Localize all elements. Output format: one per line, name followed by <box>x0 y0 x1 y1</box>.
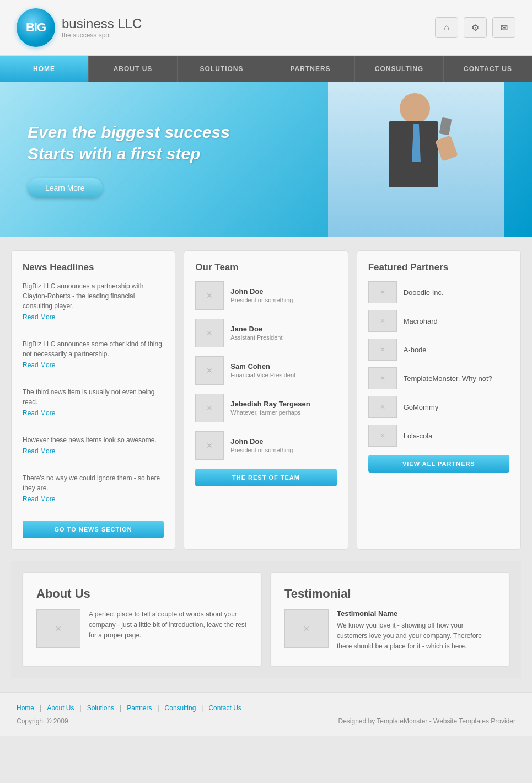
footer-links: Home | About Us | Solutions | Partners |… <box>17 704 515 712</box>
partner-item-2: Macrohard <box>368 310 509 332</box>
partner-name-6: Lola-cola <box>404 432 433 440</box>
header-icons: ⌂ ⚙ ✉ <box>435 17 515 38</box>
team-name-4: Jebediah Ray Tergesen <box>230 400 310 408</box>
about-inner: A perfect place to tell a couple of word… <box>36 609 248 648</box>
footer-sep-2: | <box>77 704 84 712</box>
team-section: Our Team John Doe President or something… <box>184 250 348 550</box>
footer-link-about[interactable]: About Us <box>47 704 74 712</box>
main-content: News Headlines BigBiz LLC announces a pa… <box>0 237 532 692</box>
logo-name: business LLC <box>62 16 142 31</box>
partner-name-1: Dooodle Inc. <box>404 288 444 297</box>
read-more-2[interactable]: Read More <box>23 361 164 369</box>
partner-logo-3 <box>368 339 397 361</box>
logo-text: business LLC the success spot <box>62 16 142 39</box>
footer-sep-1: | <box>37 704 44 712</box>
partner-name-2: Macrohard <box>404 317 438 325</box>
news-item-4: However these news items look so awesome… <box>23 435 164 463</box>
logo-abbr: BIG <box>26 20 46 35</box>
partners-title: Featured Partners <box>368 262 509 273</box>
testimonial-text: We know you love it - showing off how yo… <box>337 620 496 652</box>
team-role-4: Whatever, farmer perhaps <box>230 409 300 416</box>
testimonial-title: Testimonial <box>284 587 496 601</box>
nav-consulting[interactable]: CONSULTING <box>355 56 444 82</box>
footer-sep-5: | <box>198 704 206 712</box>
team-photo-3 <box>195 356 224 385</box>
nav-about-us[interactable]: ABOUT US <box>89 56 178 82</box>
team-photo-5 <box>195 431 224 460</box>
partner-name-5: GoMommy <box>404 403 439 411</box>
team-info-5: John Doe President or something <box>230 437 293 454</box>
site-footer: Home | About Us | Solutions | Partners |… <box>0 692 532 736</box>
testimonial-content: Testimonial Name We know you love it - s… <box>337 609 496 652</box>
footer-sep-3: | <box>117 704 124 712</box>
read-more-5[interactable]: Read More <box>23 495 164 503</box>
hero-headline: Even the biggest success Starts with a f… <box>28 121 230 164</box>
rest-of-team-button[interactable]: THE REST OF TEAM <box>195 469 336 486</box>
people-icon-btn[interactable]: ⚙ <box>464 17 487 38</box>
team-member-4: Jebediah Ray Tergesen Whatever, farmer p… <box>195 394 336 422</box>
mail-icon-btn[interactable]: ✉ <box>492 17 515 38</box>
partner-item-1: Dooodle Inc. <box>368 281 509 303</box>
read-more-4[interactable]: Read More <box>23 447 164 455</box>
partner-logo-4 <box>368 367 397 389</box>
footer-link-solutions[interactable]: Solutions <box>87 704 114 712</box>
footer-sep-4: | <box>154 704 162 712</box>
logo-area: BIG business LLC the success spot <box>17 8 142 47</box>
news-item-5: There's no way we could ignore them - so… <box>23 473 164 511</box>
news-text-5: There's no way we could ignore them - so… <box>23 473 164 493</box>
testimonial-inner: Testimonial Name We know you love it - s… <box>284 609 496 652</box>
about-title: About Us <box>36 587 248 601</box>
team-info-1: John Doe President or something <box>230 287 293 304</box>
team-name-1: John Doe <box>230 287 293 296</box>
nav-home[interactable]: HOME <box>0 56 89 82</box>
businessman-figure <box>345 88 488 231</box>
footer-link-home[interactable]: Home <box>17 704 34 712</box>
read-more-1[interactable]: Read More <box>23 313 164 321</box>
team-info-4: Jebediah Ray Tergesen Whatever, farmer p… <box>230 400 310 416</box>
team-photo-4 <box>195 394 224 422</box>
partner-item-5: GoMommy <box>368 396 509 418</box>
footer-link-partners[interactable]: Partners <box>127 704 152 712</box>
two-column-section: About Us A perfect place to tell a coupl… <box>22 572 510 667</box>
team-role-2: Assistant President <box>230 334 282 341</box>
nav-solutions[interactable]: SOLUTIONS <box>178 56 266 82</box>
nav-contact-us[interactable]: CONTACT US <box>444 56 532 82</box>
partner-item-4: TemplateMonster. Why not? <box>368 367 509 389</box>
go-to-news-button[interactable]: GO TO NEWS SECTION <box>23 521 164 538</box>
news-item-3: The third news item is usually not even … <box>23 387 164 425</box>
footer-link-consulting[interactable]: Consulting <box>165 704 196 712</box>
site-header: BIG business LLC the success spot ⌂ ⚙ ✉ <box>0 0 532 56</box>
figure-hand <box>435 135 458 162</box>
footer-copyright: Copyright © 2009 <box>17 717 68 725</box>
partner-name-4: TemplateMonster. Why not? <box>404 374 492 383</box>
team-role-3: Financial Vice President <box>230 372 295 378</box>
partner-item-6: Lola-cola <box>368 425 509 447</box>
news-text-4: However these news items look so awesome… <box>23 435 164 445</box>
news-item-2: BigBiz LLC announces some other kind of … <box>23 339 164 377</box>
team-name-5: John Doe <box>230 437 293 446</box>
hero-banner: Even the biggest success Starts with a f… <box>0 82 532 237</box>
partner-logo-6 <box>368 425 397 447</box>
testimonial-name: Testimonial Name <box>337 609 496 618</box>
read-more-3[interactable]: Read More <box>23 409 164 417</box>
about-image <box>36 609 80 648</box>
view-all-partners-button[interactable]: VIEW ALL PARTNERS <box>368 455 509 473</box>
news-text-2: BigBiz LLC announces some other kind of … <box>23 339 164 359</box>
about-text: A perfect place to tell a couple of word… <box>89 609 248 648</box>
partner-name-3: A-bode <box>404 346 427 354</box>
hero-image <box>328 82 504 237</box>
nav-partners[interactable]: PARTNERS <box>266 56 355 82</box>
home-icon-btn[interactable]: ⌂ <box>435 17 458 38</box>
logo-tagline: the success spot <box>62 31 142 39</box>
team-info-3: Sam Cohen Financial Vice President <box>230 362 295 379</box>
news-text-3: The third news item is usually not even … <box>23 387 164 407</box>
partner-logo-1 <box>368 281 397 303</box>
team-name-2: Jane Doe <box>230 325 282 333</box>
team-title: Our Team <box>195 262 336 273</box>
three-column-section: News Headlines BigBiz LLC announces a pa… <box>11 250 521 550</box>
partners-section: Featured Partners Dooodle Inc. Macrohard… <box>357 250 521 550</box>
learn-more-button[interactable]: Learn More <box>28 178 103 198</box>
testimonial-image <box>284 609 329 648</box>
footer-link-contact[interactable]: Contact Us <box>208 704 241 712</box>
team-photo-1 <box>195 281 224 310</box>
